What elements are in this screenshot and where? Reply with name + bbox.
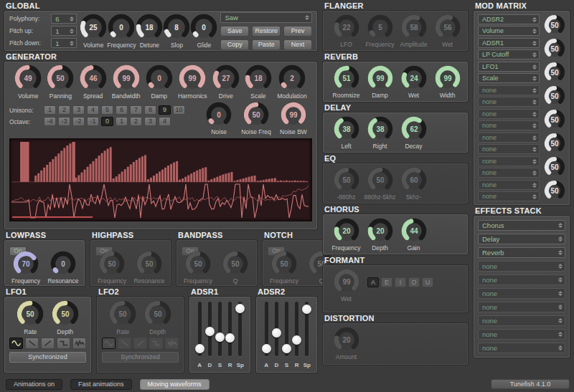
adsr2-a-slider[interactable]	[261, 302, 271, 360]
mod-source-select[interactable]: ADSR2	[478, 14, 540, 24]
saw-up-wave-button[interactable]	[41, 338, 55, 349]
mod-target-select[interactable]: none	[478, 97, 540, 107]
mod-source-select[interactable]: none	[478, 133, 540, 143]
noise-wave-button[interactable]	[165, 338, 179, 349]
slider-thumb[interactable]	[225, 333, 235, 343]
saw-down-wave-button[interactable]	[25, 338, 39, 349]
mod-source-select[interactable]: none	[478, 180, 540, 190]
frequency-knob[interactable]: 70Frequency	[9, 251, 42, 285]
detune-knob[interactable]: 18Detune	[136, 14, 163, 49]
roomsize-knob[interactable]: 51Roomsize	[329, 65, 363, 99]
right-knob[interactable]: 38Right	[363, 116, 397, 150]
sine-wave-button[interactable]	[102, 338, 116, 349]
effects-stack-slot-8[interactable]: none	[478, 315, 565, 326]
fast-animations-button[interactable]: Fast animations	[70, 379, 132, 390]
frequency-knob[interactable]: 50Frequency	[95, 251, 128, 285]
slider-thumb[interactable]	[282, 344, 291, 353]
adsr1-s-slider[interactable]	[215, 302, 225, 360]
waveform-select[interactable]: Saw	[220, 12, 312, 23]
mod-target-select[interactable]: Volume	[478, 26, 540, 36]
mod-amount-knob[interactable]: 50	[544, 180, 565, 201]
slider-thumb[interactable]	[262, 344, 271, 353]
slider-thumb[interactable]	[205, 327, 215, 336]
octave-button-1[interactable]: 1	[116, 117, 128, 126]
q-knob[interactable]: 50Q	[219, 251, 252, 285]
unisono-button-10[interactable]: 10	[173, 105, 185, 115]
wet-knob[interactable]: 24Wet	[397, 65, 430, 99]
mod-target-select[interactable]: Scale	[478, 73, 540, 83]
square-wave-button[interactable]	[57, 338, 70, 349]
resonance-knob[interactable]: 50Resonance	[133, 251, 166, 285]
lfo1-synchronized-button[interactable]: Synchronized	[9, 352, 86, 363]
rate-knob[interactable]: 50Rate	[17, 300, 44, 336]
adsr2-s-slider[interactable]	[281, 302, 291, 360]
version-button[interactable]: Tunefish 4.1.0	[491, 379, 570, 389]
effects-stack-slot-4[interactable]: none	[478, 261, 565, 272]
square-wave-button[interactable]	[149, 338, 163, 349]
slider-thumb[interactable]	[292, 335, 301, 345]
vowel-button-a[interactable]: A	[367, 277, 379, 287]
polyphony-stepper[interactable]: 6	[51, 14, 77, 24]
vowel-button-e[interactable]: E	[381, 277, 392, 287]
damp-knob[interactable]: 99Damp	[363, 65, 397, 99]
effects-stack-slot-1[interactable]: Chorus	[478, 220, 565, 231]
unisono-button-2[interactable]: 2	[58, 105, 70, 115]
left-knob[interactable]: 38Left	[329, 116, 363, 150]
adsr1-d-slider[interactable]	[204, 302, 215, 360]
octave-button-1[interactable]: -1	[87, 117, 99, 126]
octave-button-2[interactable]: 2	[130, 117, 142, 126]
mod-amount-knob[interactable]: 50	[544, 156, 565, 178]
slider-thumb[interactable]	[195, 344, 204, 353]
unisono-button-4[interactable]: 4	[87, 105, 99, 115]
drive-knob[interactable]: 27Drive	[212, 64, 240, 102]
5khz-knob[interactable]: 605khz-	[397, 167, 430, 201]
resonance-knob[interactable]: 0Resonance	[47, 251, 80, 285]
unisono-button-9[interactable]: 9	[159, 105, 171, 115]
unisono-button-5[interactable]: 5	[101, 105, 113, 115]
damp-knob[interactable]: 0Damp	[146, 64, 173, 102]
glide-knob[interactable]: 0Glide	[190, 14, 217, 49]
unisono-button-8[interactable]: 8	[144, 105, 156, 115]
unisono-button-6[interactable]: 6	[116, 105, 128, 115]
rate-knob[interactable]: 50Rate	[109, 300, 136, 336]
animations-on-button[interactable]: Animations on	[6, 379, 62, 390]
restore-button[interactable]: Restore	[252, 26, 281, 37]
adsr2-d-slider[interactable]	[271, 302, 281, 360]
modulation-knob[interactable]: 2Modulation	[277, 64, 307, 102]
paste-button[interactable]: Paste	[252, 39, 281, 50]
mod-source-select[interactable]: none	[478, 109, 540, 119]
mod-target-select[interactable]: none	[478, 120, 540, 130]
next-button[interactable]: Next	[283, 39, 312, 50]
lfo2-synchronized-button[interactable]: Synchronized	[102, 352, 179, 363]
adsr1-sp-slider[interactable]	[235, 302, 245, 360]
scale-knob[interactable]: 18Scale	[245, 64, 272, 102]
effects-stack-slot-6[interactable]: none	[478, 288, 565, 299]
mod-target-select[interactable]: none	[478, 191, 540, 201]
saw-up-wave-button[interactable]	[133, 338, 147, 349]
mod-source-select[interactable]: none	[478, 156, 540, 166]
amplitude-knob[interactable]: 58Amplitude	[397, 14, 430, 48]
mod-amount-knob[interactable]: 50	[544, 14, 565, 36]
effects-stack-slot-3[interactable]: Reverb	[478, 247, 565, 258]
mod-amount-knob[interactable]: 50	[544, 85, 565, 107]
880hz-knob[interactable]: 50-880hz	[329, 167, 363, 201]
frequency-knob[interactable]: 20Frequency	[329, 218, 363, 252]
unisono-button-7[interactable]: 7	[130, 105, 142, 115]
spread-knob[interactable]: 46Spread	[80, 64, 107, 102]
mod-amount-knob[interactable]: 50	[544, 133, 565, 154]
mod-target-select[interactable]: none	[478, 144, 540, 154]
mod-source-select[interactable]: ADSR1	[478, 38, 540, 48]
vowel-button-u[interactable]: U	[422, 277, 433, 287]
unisono-button-1[interactable]: 1	[44, 105, 56, 115]
adsr2-r-slider[interactable]	[292, 302, 302, 360]
mod-target-select[interactable]: LP Cutoff	[478, 49, 540, 59]
wet-knob[interactable]: 56Wet	[430, 14, 464, 48]
slop-knob[interactable]: 8Slop	[163, 14, 190, 49]
depth-knob[interactable]: 50Depth	[52, 300, 79, 336]
adsr2-sp-slider[interactable]	[302, 302, 312, 360]
effects-stack-slot-10[interactable]: none	[478, 343, 565, 353]
pitch-up-stepper[interactable]: 1	[51, 26, 77, 36]
amount-knob[interactable]: 20Amount	[329, 327, 363, 360]
octave-button-4[interactable]: -4	[44, 117, 56, 126]
mod-amount-knob[interactable]: 50	[544, 109, 565, 130]
